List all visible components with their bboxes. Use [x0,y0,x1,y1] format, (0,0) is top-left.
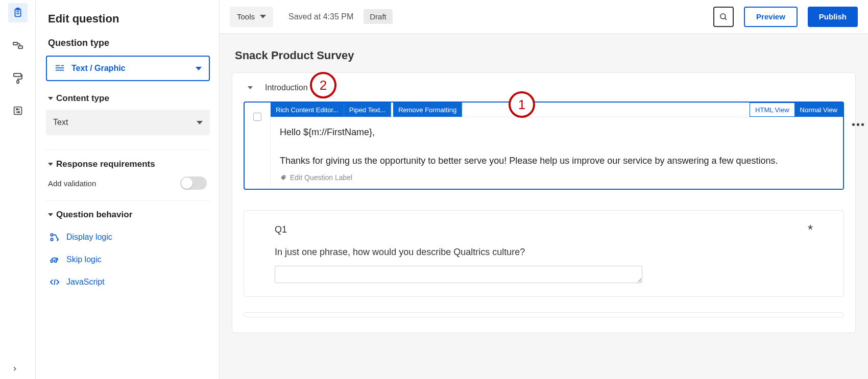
response-req-heading-label: Response requirements [56,159,155,169]
rich-content-editor-button[interactable]: Rich Content Editor... [271,103,344,117]
edit-question-label[interactable]: Edit Question Label [280,173,834,182]
chevron-down-icon [197,121,203,124]
skip-logic-link[interactable]: Skip logic [46,248,210,271]
question-editor-toolbar: Rich Content Editor... Piped Text... Rem… [271,103,843,117]
svg-rect-6 [14,73,21,77]
q1-prompt: In just one phrase, how would you descri… [275,247,813,258]
flow-icon [12,39,24,52]
panel-divider [46,200,210,200]
next-question-placeholder [244,312,844,317]
panel-divider [46,149,210,150]
view-toggle: HTML View Normal View [750,103,843,117]
tools-label: Tools [237,12,255,21]
display-logic-label: Display logic [66,233,112,242]
survey-block: Introduction 2 Rich Content Editor... Pi… [232,72,856,333]
q1-body: In just one phrase, how would you descri… [275,247,813,283]
piped-text-button[interactable]: Piped Text... [344,103,391,117]
svg-rect-7 [17,81,19,83]
search-icon [719,12,728,21]
question-text-line-2: Thanks for giving us the opportunity to … [280,154,834,168]
sliders-icon [12,105,23,116]
svg-point-10 [16,109,17,110]
svg-point-19 [51,260,53,262]
survey-title: Snack Product Survey [235,49,856,62]
rail-expand[interactable] [11,365,18,374]
rail-item-survey[interactable] [8,3,28,22]
rail-item-options[interactable] [8,101,28,120]
required-star-icon: * [808,222,813,238]
paint-roller-icon [12,72,24,84]
svg-point-17 [51,234,53,236]
display-logic-icon [49,232,60,242]
svg-rect-4 [13,42,17,45]
add-validation-toggle[interactable] [180,176,207,190]
question-type-select[interactable]: Text / Graphic [46,56,210,81]
code-icon [49,277,60,287]
question-behavior-heading-label: Question behavior [56,210,132,220]
question-more-menu[interactable]: ••• [850,117,867,133]
publish-button[interactable]: Publish [808,7,858,27]
content-type-heading[interactable]: Content type [48,93,210,104]
display-logic-link[interactable]: Display logic [46,226,210,248]
caret-down-icon [48,163,53,166]
status-badge: Draft [364,9,393,24]
panel-title: Edit question [48,12,210,26]
svg-line-21 [54,280,55,285]
content-type-heading-label: Content type [56,93,109,104]
question-select-checkbox[interactable] [253,113,261,121]
response-req-heading[interactable]: Response requirements [48,159,210,169]
normal-view-toggle[interactable]: Normal View [794,103,843,117]
question-text-line-1 [280,140,834,154]
question-type-value: Text / Graphic [71,64,126,73]
survey-canvas: Snack Product Survey Introduction 2 [220,34,868,379]
javascript-link[interactable]: JavaScript [46,271,210,293]
content-type-value: Text [53,118,68,127]
skip-logic-label: Skip logic [66,255,101,264]
question-type-heading: Question type [48,38,210,48]
selected-question-frame: Rich Content Editor... Piped Text... Rem… [244,102,844,190]
question-gutter [245,103,270,189]
text-graphic-icon [54,64,65,73]
toolbar-spacer [462,103,750,117]
skip-logic-icon [49,255,60,265]
caret-down-icon [48,97,53,100]
rail-item-theme[interactable] [8,68,28,88]
q1-header: Q1 * [275,222,813,238]
edit-question-panel: Edit question Question type Text / Graph… [36,0,220,379]
svg-rect-5 [18,46,22,48]
javascript-label: JavaScript [66,277,105,287]
rail-item-flow[interactable] [8,36,28,55]
add-validation-label: Add validation [48,179,96,188]
clipboard-icon [12,7,23,18]
remove-formatting-button[interactable]: Remove Formatting [393,103,462,117]
main-column: Tools Saved at 4:35 PM Draft Preview Pub… [220,0,868,379]
html-view-toggle[interactable]: HTML View [750,103,794,117]
tools-menu-button[interactable]: Tools [230,7,273,27]
preview-button[interactable]: Preview [744,7,798,27]
svg-rect-8 [14,107,21,115]
left-icon-rail [0,0,36,379]
tag-icon [279,174,287,181]
question-q1[interactable]: Q1 * In just one phrase, how would you d… [244,210,844,297]
edit-question-label-text: Edit Question Label [290,173,352,182]
add-validation-row: Add validation [46,175,210,191]
svg-line-23 [725,18,727,20]
question-behavior-heading[interactable]: Question behavior [48,210,210,220]
top-toolbar: Tools Saved at 4:35 PM Draft Preview Pub… [220,0,868,34]
caret-down-icon [248,86,253,89]
svg-point-18 [51,238,53,241]
block-name: Introduction [265,83,308,92]
content-type-select[interactable]: Text [46,110,210,135]
saved-status-text: Saved at 4:35 PM [288,12,353,21]
svg-point-22 [720,14,726,19]
question-text-line-0: Hello ${m://FirstName}, [280,125,834,140]
chevron-right-icon [11,365,18,372]
chevron-down-icon [260,15,266,18]
caret-down-icon [48,213,53,216]
svg-point-12 [18,111,19,113]
q1-number: Q1 [275,224,287,235]
block-header[interactable]: Introduction [246,83,844,92]
search-button[interactable] [713,7,734,27]
question-text-editor[interactable]: Hello ${m://FirstName}, Thanks for givin… [271,117,843,189]
q1-text-response[interactable] [275,266,642,283]
